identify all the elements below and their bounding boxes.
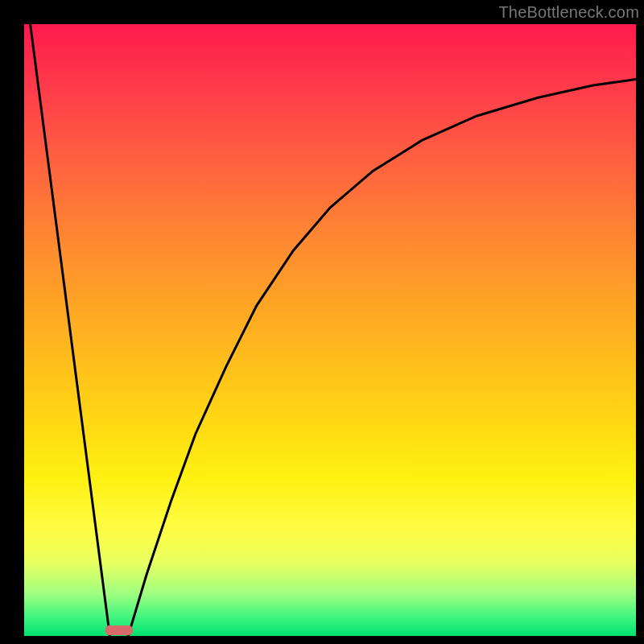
bottleneck-marker — [105, 625, 133, 635]
chart-overlay — [24, 24, 636, 636]
series-left-descent — [31, 24, 110, 636]
attribution-label: TheBottleneck.com — [498, 3, 639, 22]
plot-area — [24, 24, 636, 636]
series-right-curve — [128, 79, 636, 636]
series-lines — [31, 24, 636, 636]
chart-frame: TheBottleneck.com — [0, 0, 644, 644]
